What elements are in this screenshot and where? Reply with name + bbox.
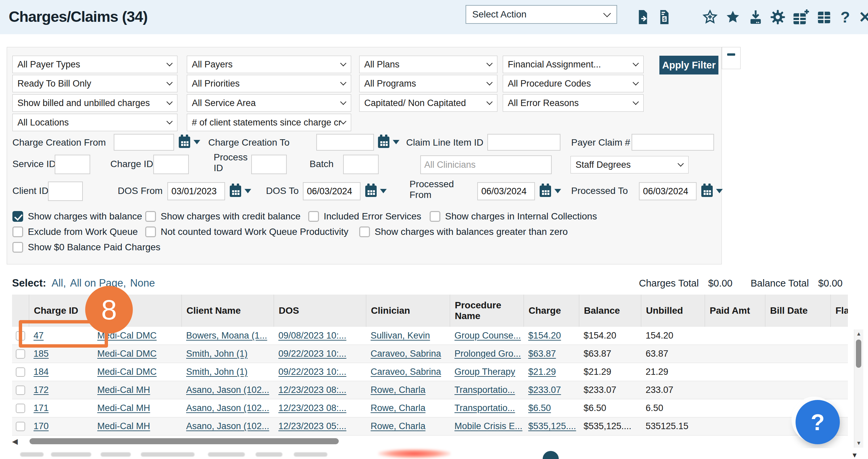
procedure-codes-select[interactable]: All Procedure Codes xyxy=(503,75,644,92)
apply-filter-button[interactable]: Apply Filter xyxy=(659,56,718,74)
charge-link[interactable]: $63.87 xyxy=(524,348,579,359)
payer-claim-input[interactable] xyxy=(631,134,714,151)
calendar-picker[interactable] xyxy=(179,134,202,149)
show-charges-internal-collections-checkbox[interactable]: Show charges in Internal Collections xyxy=(430,209,597,224)
client-statements-select[interactable]: # of client statements since charge crea xyxy=(187,114,351,131)
charge-id-link[interactable]: 170 xyxy=(29,421,93,431)
processed-from-input[interactable] xyxy=(477,182,535,200)
col-header-balance[interactable]: Balance xyxy=(579,295,641,327)
horizontal-scrollbar[interactable]: ◀ xyxy=(12,437,848,446)
col-header-payer[interactable] xyxy=(93,295,181,327)
procedure-link[interactable]: Prolonged Gro... xyxy=(450,348,524,359)
add-table-view-icon[interactable] xyxy=(792,9,810,26)
charge-link[interactable]: $233.07 xyxy=(524,385,579,395)
charge-creation-from-input[interactable] xyxy=(114,134,174,151)
row-checkbox[interactable] xyxy=(16,331,25,341)
row-checkbox[interactable] xyxy=(16,367,25,377)
client-id-input[interactable] xyxy=(48,182,83,201)
select-action-dropdown[interactable]: Select Action xyxy=(466,5,617,24)
help-icon[interactable]: ? xyxy=(840,9,850,25)
dos-link[interactable]: 12/23/2023 05:... xyxy=(274,421,366,431)
dos-from-input[interactable] xyxy=(167,182,225,200)
payer-types-select[interactable]: All Payer Types xyxy=(12,56,178,73)
col-header-paid-amt[interactable]: Paid Amt xyxy=(705,295,765,327)
vertical-scrollbar[interactable]: ▲ ▼ xyxy=(854,330,863,448)
calendar-picker[interactable] xyxy=(701,184,725,198)
payer-link[interactable]: Medi-Cal DMC xyxy=(93,367,181,377)
col-header-dos[interactable]: DOS xyxy=(274,295,366,327)
clinicians-input[interactable] xyxy=(420,155,552,174)
horizontal-scroll-thumb[interactable] xyxy=(30,438,339,444)
charge-id-link[interactable]: 172 xyxy=(29,385,93,395)
row-checkbox[interactable] xyxy=(16,386,25,395)
client-name-link[interactable]: Smith, John (1) xyxy=(181,348,274,359)
claim-line-item-id-input[interactable] xyxy=(487,134,560,151)
charge-id-link[interactable]: 47 xyxy=(29,331,93,341)
payer-link[interactable]: Medi-Cal MH xyxy=(93,403,181,414)
capitated-select[interactable]: Capitated/ Non Capitated xyxy=(359,94,497,112)
select-none-link[interactable]: None xyxy=(130,277,155,289)
dos-link[interactable]: 12/23/2023 08:... xyxy=(274,385,366,395)
procedure-link[interactable]: Transportatio... xyxy=(450,403,524,414)
service-area-select[interactable]: All Service Area xyxy=(187,94,351,112)
dos-link[interactable]: 09/22/2023 10:... xyxy=(274,348,366,359)
favorite-icon[interactable] xyxy=(725,9,741,25)
charge-id-link[interactable]: 171 xyxy=(29,403,93,414)
row-checkbox[interactable] xyxy=(16,349,25,359)
client-name-link[interactable]: Asano, Jason (102... xyxy=(181,421,274,431)
charge-link[interactable]: $21.29 xyxy=(524,367,579,377)
payers-select[interactable]: All Payers xyxy=(187,56,351,73)
payer-link[interactable]: Medi-Cal DMC xyxy=(93,348,181,359)
clinician-link[interactable]: Caraveo, Sabrina xyxy=(366,367,450,377)
col-header-flag[interactable]: Flag xyxy=(831,295,848,327)
collapse-filter-button[interactable] xyxy=(722,47,741,69)
row-checkbox[interactable] xyxy=(16,404,25,413)
close-icon[interactable]: ✕ xyxy=(859,9,868,25)
staff-degrees-select[interactable]: Staff Degrees xyxy=(570,156,688,174)
client-name-link[interactable]: Asano, Jason (102... xyxy=(181,385,274,395)
procedure-link[interactable]: Group Therapy xyxy=(450,367,524,377)
programs-select[interactable]: All Programs xyxy=(359,75,497,92)
show-charges-with-credit-balance-checkbox[interactable]: Show charges with credit balance xyxy=(145,209,301,224)
show-zero-balance-paid-checkbox[interactable]: Show $0 Balance Paid Charges xyxy=(12,240,160,255)
procedure-link[interactable]: Group Counse... xyxy=(450,331,524,341)
settings-gear-icon[interactable] xyxy=(770,9,785,25)
charge-id-input[interactable] xyxy=(153,155,189,174)
clinician-link[interactable]: Sullivan, Kevin xyxy=(366,331,450,341)
calendar-picker[interactable] xyxy=(365,184,389,198)
procedure-link[interactable]: Transportatio... xyxy=(450,385,524,395)
balances-greater-than-zero-checkbox[interactable]: Show charges with balances greater than … xyxy=(359,224,568,239)
select-all-on-page-link[interactable]: All on Page xyxy=(70,277,123,289)
plans-select[interactable]: All Plans xyxy=(359,56,497,73)
payer-link[interactable]: Medi-Cal MH xyxy=(93,385,181,395)
procedure-link[interactable]: Mobile Crisis E... xyxy=(450,421,524,431)
charge-link[interactable]: $6.50 xyxy=(524,403,579,414)
col-header-clinician[interactable]: Clinician xyxy=(366,295,450,327)
payer-link[interactable]: Medi-Cal DMC xyxy=(93,331,181,341)
select-all-link[interactable]: All xyxy=(52,277,63,289)
table-view-icon[interactable] xyxy=(816,9,832,26)
locations-select[interactable]: All Locations xyxy=(12,114,178,131)
col-header-unbilled[interactable]: Unbilled xyxy=(641,295,705,327)
download-icon[interactable] xyxy=(748,9,763,25)
billing-document-icon[interactable]: $ xyxy=(657,9,672,25)
exclude-from-work-queue-checkbox[interactable]: Exclude from Work Queue xyxy=(12,224,138,239)
ready-to-bill-select[interactable]: Ready To Bill Only xyxy=(12,75,178,92)
col-header-procedure-name[interactable]: Procedure Name xyxy=(450,295,524,327)
dos-link[interactable]: 12/23/2023 08:... xyxy=(274,403,366,414)
client-name-link[interactable]: Asano, Jason (102... xyxy=(181,403,274,414)
service-id-input[interactable] xyxy=(55,155,90,174)
client-name-link[interactable]: Bowers, Moana (1... xyxy=(181,331,274,341)
financial-assignment-select[interactable]: Financial Assignment... xyxy=(503,56,644,73)
favorite-add-icon[interactable] xyxy=(702,9,718,25)
charge-link[interactable]: $154.20 xyxy=(524,331,579,341)
charge-link[interactable]: $535,125.... xyxy=(524,421,579,431)
vertical-scroll-thumb[interactable] xyxy=(856,340,861,368)
charge-id-link[interactable]: 185 xyxy=(29,348,93,359)
not-counted-work-queue-checkbox[interactable]: Not counted toward Work Queue Productivi… xyxy=(145,224,348,239)
clinician-link[interactable]: Caraveo, Sabrina xyxy=(366,348,450,359)
export-document-icon[interactable] xyxy=(636,9,650,25)
client-name-link[interactable]: Smith, John (1) xyxy=(181,367,274,377)
calendar-picker[interactable] xyxy=(540,184,563,198)
dos-link[interactable]: 09/08/2023 10:... xyxy=(274,331,366,341)
